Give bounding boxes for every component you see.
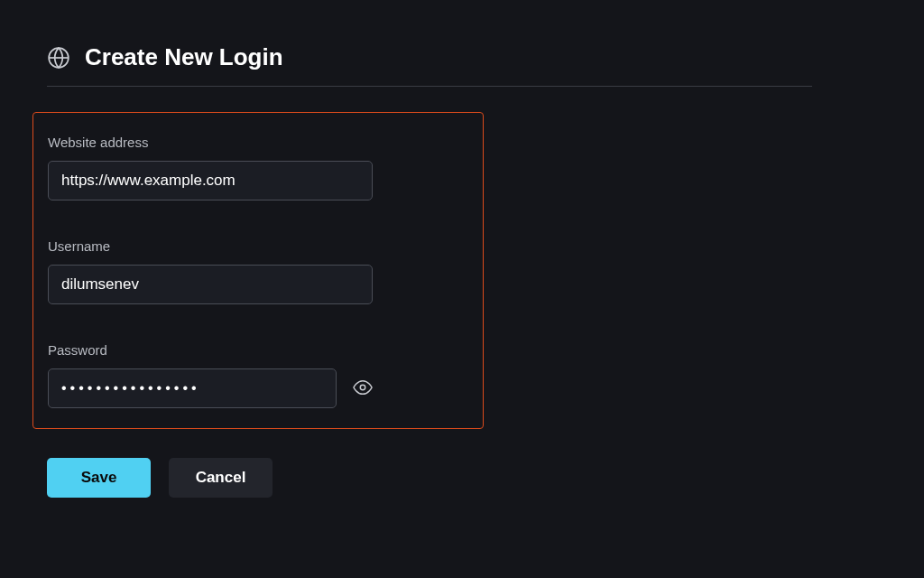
username-input[interactable] [48, 265, 373, 304]
page-title: Create New Login [85, 43, 283, 71]
password-label: Password [48, 342, 373, 358]
cancel-button[interactable]: Cancel [169, 458, 273, 498]
password-field-group: Password •••••••••••••••• [48, 342, 373, 408]
website-field-group: Website address [48, 135, 373, 200]
header-divider [47, 86, 812, 87]
form-header: Create New Login [47, 43, 881, 71]
eye-icon [353, 378, 373, 400]
fields-highlight-box: Website address Username Password ••••••… [32, 112, 484, 429]
website-input[interactable] [48, 161, 373, 200]
username-field-group: Username [48, 238, 373, 304]
save-button[interactable]: Save [47, 458, 151, 498]
form-buttons: Save Cancel [47, 458, 881, 498]
create-login-form: Create New Login Website address Usernam… [0, 0, 924, 498]
svg-point-2 [360, 385, 365, 390]
website-label: Website address [48, 135, 373, 150]
username-label: Username [48, 238, 373, 254]
reveal-password-button[interactable] [353, 378, 373, 400]
globe-icon [47, 46, 70, 70]
password-input[interactable]: •••••••••••••••• [48, 368, 337, 408]
